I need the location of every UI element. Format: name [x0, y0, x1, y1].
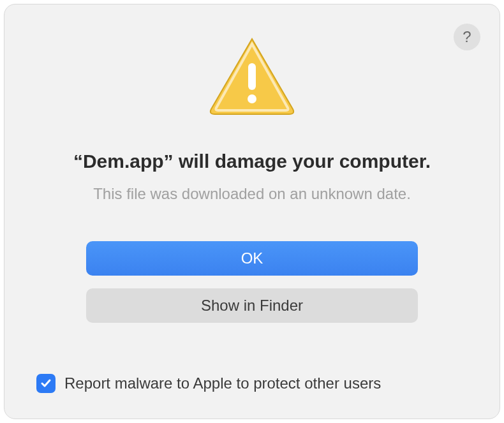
- show-in-finder-button[interactable]: Show in Finder: [86, 288, 418, 323]
- alert-dialog: ? “Dem.app” will damage your computer. T…: [4, 4, 500, 419]
- checkmark-icon: [40, 377, 52, 390]
- dialog-content: “Dem.app” will damage your computer. Thi…: [43, 30, 461, 399]
- dialog-title: “Dem.app” will damage your computer.: [73, 151, 431, 172]
- svg-rect-0: [248, 63, 256, 90]
- report-malware-checkbox[interactable]: [36, 374, 56, 393]
- report-malware-row: Report malware to Apple to protect other…: [36, 374, 381, 393]
- dialog-subtitle: This file was downloaded on an unknown d…: [93, 185, 411, 203]
- svg-point-1: [248, 94, 256, 103]
- report-malware-label: Report malware to Apple to protect other…: [64, 375, 381, 392]
- warning-triangle-icon: [207, 36, 297, 119]
- help-icon: ?: [463, 28, 471, 46]
- ok-button[interactable]: OK: [86, 241, 418, 276]
